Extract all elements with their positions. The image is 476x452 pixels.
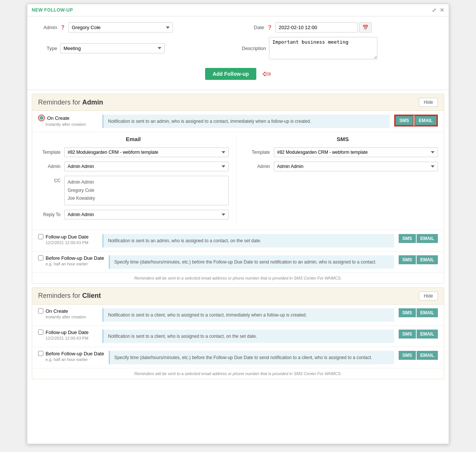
followup-due-client-row: Follow-up Due Date 12/2/2021 12:00:43 PM…	[38, 330, 438, 343]
followup-due-client-checkbox-label[interactable]: Follow-up Due Date	[38, 330, 98, 335]
before-followup-admin-item: Before Follow-up Due Date e.g. half an h…	[32, 252, 444, 273]
on-create-admin-row: On Create Instantly after creation Notif…	[38, 115, 438, 128]
on-create-admin-email-button[interactable]: EMAIL	[414, 115, 437, 126]
before-followup-admin-actions: SMS EMAIL	[399, 255, 438, 264]
cc-box[interactable]: Admin Admin Gregory Cole Joe Kowalsky	[64, 176, 229, 205]
before-followup-client-sub: e.g. half an hour earlier	[46, 357, 104, 362]
email-replyto-control: Admin Admin	[64, 210, 229, 219]
on-create-client-sub: Instantly after creation	[46, 315, 98, 319]
followup-due-admin-checkbox-label[interactable]: Follow-up Due Date	[38, 234, 98, 240]
followup-due-client-info: Notification is sent to a client, who is…	[102, 330, 394, 343]
followup-due-admin-left: Follow-up Due Date 12/2/2021 12:00:43 PM	[38, 234, 98, 245]
form-section: Admin ❓ Gregory Cole Date ❓ 📅 Type Meeti…	[27, 16, 449, 90]
before-followup-client-sms-button[interactable]: SMS	[399, 351, 416, 360]
on-create-admin-actions: SMS EMAIL	[394, 115, 438, 127]
add-followup-button[interactable]: Add Follow-up	[205, 68, 256, 80]
admin-hide-button[interactable]: Hide	[419, 98, 438, 107]
followup-due-client-actions: SMS EMAIL	[399, 330, 438, 339]
on-create-client-info: Notification is sent to a client, who is…	[102, 308, 394, 322]
before-followup-client-email-button[interactable]: EMAIL	[417, 351, 438, 360]
before-followup-admin-sms-button[interactable]: SMS	[399, 255, 416, 264]
before-followup-client-checkbox[interactable]	[38, 351, 43, 356]
on-create-client-checkbox-label[interactable]: On Create	[38, 308, 98, 314]
followup-due-client-email-button[interactable]: EMAIL	[417, 330, 438, 339]
email-admin-control: Admin Admin	[64, 162, 229, 171]
before-followup-admin-label: Before Follow-up Due Date	[46, 255, 104, 261]
on-create-client-sms-button[interactable]: SMS	[399, 308, 416, 317]
on-create-client-email-button[interactable]: EMAIL	[417, 308, 438, 317]
before-followup-admin-checkbox[interactable]	[38, 255, 43, 261]
description-label: Description	[242, 46, 266, 51]
close-icon[interactable]: ✕	[440, 7, 445, 13]
on-create-admin-sms-button[interactable]: SMS	[395, 115, 414, 126]
circle-check-inner	[40, 116, 43, 120]
cc-item-3: Joe Kowalsky	[68, 194, 225, 203]
client-reminders-title: Reminders for Client	[38, 292, 101, 300]
arrow-icon: ⇦	[262, 68, 271, 80]
on-create-admin-label: On Create	[47, 115, 69, 121]
admin-select[interactable]: Gregory Cole	[68, 22, 173, 32]
on-create-client-actions: SMS EMAIL	[399, 308, 438, 317]
before-followup-client-actions: SMS EMAIL	[399, 351, 438, 360]
email-replyto-select[interactable]: Admin Admin	[64, 210, 229, 219]
email-col: Email Template #82 Modulesgarden CRM - w…	[38, 136, 237, 224]
admin-help-icon[interactable]: ❓	[60, 25, 65, 30]
email-cc-control: Admin Admin Gregory Cole Joe Kowalsky	[64, 176, 229, 205]
email-replyto-label: Reply To	[38, 210, 61, 217]
on-create-client-item: On Create Instantly after creation Notif…	[32, 305, 444, 326]
client-reminders-header: Reminders for Client Hide	[32, 288, 444, 305]
email-cc-label: CC	[38, 176, 61, 183]
admin-reminders-title: Reminders for Admin	[38, 99, 103, 106]
followup-due-client-left: Follow-up Due Date 12/2/2021 12:00:43 PM	[38, 330, 98, 340]
modal-window: NEW FOLLOW-UP ⤢ ✕ Admin ❓ Gregory Cole D…	[27, 4, 449, 444]
on-create-admin-sub: Instantly after creation	[46, 122, 98, 127]
admin-reminders-section: Reminders for Admin Hide On Create Insta…	[32, 94, 444, 284]
followup-due-admin-info: Notification is sent to an admin, who is…	[102, 234, 394, 247]
sms-template-select[interactable]: #82 Modulesgarden CRM - webform template	[274, 147, 438, 157]
email-template-label: Template	[38, 147, 61, 155]
followup-due-admin-sms-button[interactable]: SMS	[399, 234, 416, 243]
date-group: Date ❓ 📅	[242, 22, 441, 32]
sms-col: SMS Template #82 Modulesgarden CRM - web…	[237, 136, 438, 224]
admin-reminders-header: Reminders for Admin Hide	[32, 94, 444, 111]
sms-admin-select[interactable]: Admin Admin	[274, 162, 438, 171]
followup-due-admin-email-button[interactable]: EMAIL	[417, 234, 438, 243]
followup-due-client-sms-button[interactable]: SMS	[399, 330, 416, 339]
email-template-row: Template #82 Modulesgarden CRM - webform…	[38, 147, 229, 157]
on-create-client-label: On Create	[46, 308, 68, 314]
date-help-icon[interactable]: ❓	[267, 25, 272, 30]
date-input[interactable]	[275, 22, 358, 32]
on-create-client-checkbox[interactable]	[38, 308, 43, 314]
before-followup-admin-row: Before Follow-up Due Date e.g. half an h…	[38, 255, 438, 269]
email-template-control: #82 Modulesgarden CRM - webform template	[64, 147, 229, 157]
on-create-admin-left: On Create Instantly after creation	[38, 115, 98, 127]
type-select[interactable]: Meeting	[60, 43, 165, 53]
email-admin-label: Admin	[38, 162, 61, 169]
client-reminders-section: Reminders for Client Hide On Create Inst…	[32, 287, 444, 379]
followup-due-admin-checkbox[interactable]	[38, 234, 43, 239]
before-followup-client-checkbox-label[interactable]: Before Follow-up Due Date	[38, 351, 104, 356]
followup-due-client-label: Follow-up Due Date	[46, 330, 89, 335]
before-followup-admin-left: Before Follow-up Due Date e.g. half an h…	[38, 255, 104, 266]
email-admin-row: Admin Admin Admin	[38, 162, 229, 171]
client-hide-button[interactable]: Hide	[419, 292, 438, 300]
modal-title-text: NEW FOLLOW-UP	[32, 7, 73, 13]
description-textarea[interactable]: Important business meeting	[269, 37, 377, 59]
followup-due-admin-actions: SMS EMAIL	[399, 234, 438, 243]
calendar-button[interactable]: 📅	[359, 22, 372, 32]
on-create-circle-check[interactable]	[38, 115, 45, 121]
on-create-admin-item: On Create Instantly after creation Notif…	[32, 111, 444, 132]
admin-label: Admin	[35, 25, 57, 30]
email-sms-cols: Email Template #82 Modulesgarden CRM - w…	[38, 136, 438, 224]
before-followup-admin-email-button[interactable]: EMAIL	[417, 255, 438, 264]
email-template-select[interactable]: #82 Modulesgarden CRM - webform template	[64, 147, 229, 157]
email-admin-select[interactable]: Admin Admin	[64, 162, 229, 171]
sms-col-header: SMS	[248, 136, 438, 142]
before-followup-admin-sub: e.g. half an hour earlier	[46, 262, 104, 266]
expand-icon[interactable]: ⤢	[432, 7, 437, 13]
followup-due-client-checkbox[interactable]	[38, 330, 43, 335]
sms-template-row: Template #82 Modulesgarden CRM - webform…	[248, 147, 438, 157]
email-cc-row: CC Admin Admin Gregory Cole Joe Kowalsky	[38, 176, 229, 205]
before-followup-admin-checkbox-label[interactable]: Before Follow-up Due Date	[38, 255, 104, 261]
before-followup-client-info: Specify time (date/hours/minutes, etc.) …	[109, 351, 394, 364]
